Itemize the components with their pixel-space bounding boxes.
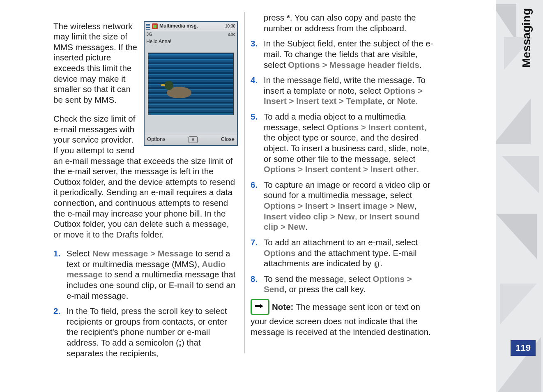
ui-term: Options [264,164,295,174]
ui-term: Insert content [368,122,424,132]
ui-term: Options [264,248,295,258]
step-item: 4. In the message field, write the messa… [251,75,435,106]
step-item: 2. In the To field, press the scroll key… [53,306,238,358]
step-item: 3. In the Subject field, enter the subje… [251,38,435,70]
ui-term: Template [346,96,382,106]
ui-term: Options [288,60,320,69]
signal-bars-icon [146,23,150,30]
ui-term: Send [264,284,284,294]
message-body-text: Hello Anna! [145,38,237,47]
chevron-icon: > [361,122,368,132]
chevron-icon: > [298,201,305,210]
note-label: Note: [272,302,293,311]
sidebar: Messaging 119 [496,0,543,392]
step-text: , or [382,96,397,106]
softkey-middle-icon [189,136,198,143]
chevron-icon: > [281,222,288,231]
page-content: Multimedia msg. 10:30 3G abc Hello Anna! [0,0,442,366]
chevron-icon: > [339,96,346,106]
softkey-right: Close [221,136,235,143]
ui-term: Insert [305,201,328,210]
ui-term: Insert content [305,164,361,174]
duck-icon [167,87,191,98]
ui-term: New [288,222,305,231]
ui-term: Insert video clip [264,212,328,221]
step-item: 1. Select New message > Message to send … [53,248,238,301]
step-text: , or [355,212,369,221]
step-number: 2. [53,306,60,316]
left-column: Multimedia msg. 10:30 3G abc Hello Anna! [47,12,244,353]
step-number: 3. [251,38,258,49]
section-title: Messaging [520,8,533,68]
step-text: In the To field, press the scroll key to… [67,306,227,347]
chevron-icon: > [418,86,423,95]
ui-term: E-mail [168,280,194,290]
bold-char: ; [179,338,182,347]
inserted-image [148,53,234,115]
step-number: 1. [53,248,60,259]
chevron-icon: > [322,60,329,69]
step-text: To add an attachment to an e-mail, selec… [264,238,418,247]
ui-term: Insert [264,96,287,106]
note-arrow-icon [251,299,269,315]
note-block: Note: The message sent icon or text on y… [251,300,435,337]
step-text: . [419,60,422,69]
steps-list: 1. Select New message > Message to send … [53,248,238,358]
ui-term: Message [158,249,193,258]
chevron-icon: > [363,164,370,174]
step-number: 5. [251,111,258,122]
ui-term: Insert other [370,164,417,174]
step-text: . [305,222,308,231]
step-text: To capture an image or record a video cl… [264,180,430,200]
step-text: . [416,96,418,106]
phone-screenshot: Multimedia msg. 10:30 3G abc Hello Anna! [144,21,238,146]
chevron-icon: > [390,201,397,210]
phone-clock: 10:30 [225,24,235,28]
chevron-icon: > [330,212,338,221]
softkey-left: Options [147,136,166,143]
ui-term: Insert text [296,96,336,106]
phone-softkeys: Options Close [145,134,237,145]
network-indicator: 3G [146,32,152,37]
ui-term: New [337,212,354,221]
steps-list: 3. In the Subject field, enter the subje… [251,38,435,295]
sidebar-pattern [496,0,543,392]
chevron-icon: > [289,96,297,106]
step-text: . [417,164,419,174]
step-number: 4. [251,75,258,85]
mms-app-icon [152,23,158,29]
ui-term: Insert image [338,201,387,210]
ui-term: New message [92,249,148,258]
step-item: 8. To send the message, select Options >… [251,274,435,295]
ui-term: Message header fields [329,60,419,69]
step-item: 7. To add an attachment to an e-mail, se… [251,237,435,269]
step-continuation: press *. You can also copy and paste the… [251,12,435,33]
page-number: 119 [511,340,536,356]
body-text: size limit of the e-mail server, the mes… [53,156,235,239]
step-number: 7. [251,237,258,248]
ui-term: Options [327,122,359,132]
attachment-icon [374,261,380,268]
ui-term: New [397,201,414,210]
step-text: . [380,258,383,268]
step-text: press [264,13,287,22]
step-text: , or press the call key. [284,284,366,294]
step-number: 6. [251,180,258,190]
phone-titlebar: Multimedia msg. 10:30 [145,22,237,31]
step-text: Select [67,249,92,258]
ui-term: Options [384,86,415,95]
ui-term: Options [264,201,295,210]
phone-title: Multimedia msg. [159,23,225,29]
step-number: 8. [251,274,258,284]
input-mode-indicator: abc [228,32,235,37]
ui-term: Options [373,274,405,284]
right-column: press *. You can also copy and paste the… [244,12,442,353]
ui-term: Note [397,96,416,106]
chevron-icon: > [407,274,412,284]
step-item: 5. To add a media object to a multimedia… [251,111,435,175]
chevron-icon: > [298,164,305,174]
step-text: To send the message, select [264,274,373,284]
chevron-icon: > [150,249,158,258]
step-item: 6. To capture an image or record a video… [251,180,435,232]
phone-subbar: 3G abc [145,31,237,38]
